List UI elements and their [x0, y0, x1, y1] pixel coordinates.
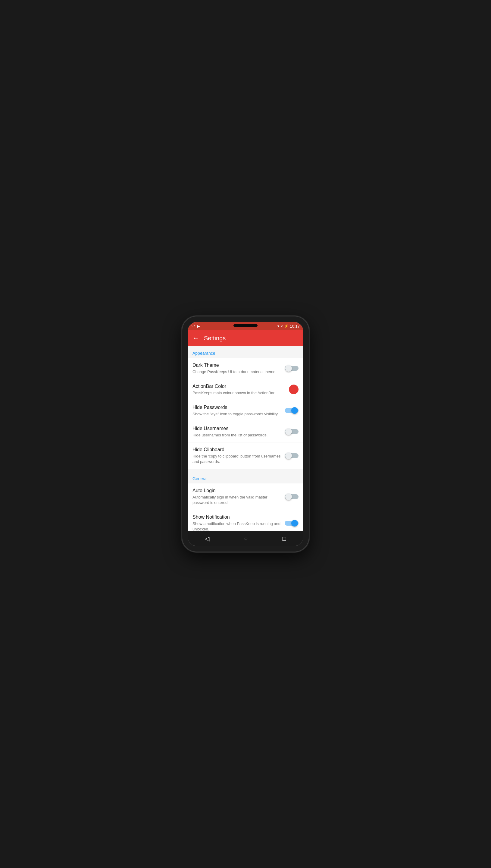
nav-back-button[interactable]: ◁ — [205, 535, 209, 542]
toggle-hide-clipboard[interactable] — [285, 452, 298, 459]
setting-title-show-notification: Show Notification — [193, 514, 281, 521]
notification-icon: ▶ — [197, 324, 200, 329]
setting-item-hide-usernames[interactable]: Hide Usernames Hide usernames from the l… — [187, 421, 304, 443]
setting-title-hide-passwords: Hide Passwords — [193, 404, 281, 411]
signal-icon: ✕ — [281, 325, 283, 328]
setting-title-dark-theme: Dark Theme — [193, 362, 281, 369]
setting-subtitle-auto-login: Automatically sign in when the valid mas… — [193, 495, 281, 505]
setting-subtitle-hide-passwords: Show the "eye" icon to toggle passwords … — [193, 411, 281, 417]
setting-subtitle-show-notification: Show a notification when PassKeep is run… — [193, 521, 281, 531]
toggle-thumb-hide-passwords — [291, 407, 298, 414]
setting-text-hide-usernames: Hide Usernames Hide usernames from the l… — [193, 425, 285, 438]
toggle-thumb-hide-clipboard — [285, 452, 292, 459]
section-header-appearance: Appearance — [187, 346, 304, 358]
setting-item-show-notification[interactable]: Show Notification Show a notification wh… — [187, 510, 304, 531]
setting-title-auto-login: Auto Login — [193, 488, 281, 494]
status-time: 10:17 — [290, 324, 300, 329]
back-button[interactable]: ← — [193, 334, 199, 342]
app-bar-title: Settings — [204, 335, 226, 342]
toggle-thumb-dark-theme — [285, 365, 292, 372]
setting-text-hide-clipboard: Hide Clipboard Hide the 'copy to clipboa… — [193, 447, 285, 465]
setting-subtitle-hide-clipboard: Hide the 'copy to clipboard' button from… — [193, 454, 281, 465]
toggle-auto-login[interactable] — [285, 493, 298, 501]
settings-content: Appearance Dark Theme Change PassKeeps U… — [187, 346, 304, 531]
setting-subtitle-actionbar-color: PassKeeps main colour shown in the Actio… — [193, 390, 285, 396]
toggle-hide-passwords[interactable] — [285, 407, 298, 414]
phone-screen: 🛡 ▶ ▾ ✕ ⚡ 10:17 ← Settings Appearance Da… — [187, 322, 304, 546]
setting-title-actionbar-color: ActionBar Color — [193, 383, 285, 390]
setting-subtitle-dark-theme: Change PassKeeps UI to a dark material t… — [193, 369, 281, 374]
toggle-thumb-auto-login — [285, 494, 292, 500]
setting-item-hide-clipboard[interactable]: Hide Clipboard Hide the 'copy to clipboa… — [187, 443, 304, 469]
setting-item-hide-passwords[interactable]: Hide Passwords Show the "eye" icon to to… — [187, 400, 304, 421]
setting-item-dark-theme[interactable]: Dark Theme Change PassKeeps UI to a dark… — [187, 358, 304, 379]
setting-text-actionbar-color: ActionBar Color PassKeeps main colour sh… — [193, 383, 289, 396]
toggle-hide-usernames[interactable] — [285, 428, 298, 436]
toggle-dark-theme[interactable] — [285, 364, 298, 372]
app-bar: ← Settings — [187, 330, 304, 346]
wifi-icon: ▾ — [278, 324, 279, 328]
battery-icon: ⚡ — [284, 324, 289, 328]
setting-text-show-notification: Show Notification Show a notification wh… — [193, 514, 285, 531]
nav-recents-button[interactable]: □ — [282, 535, 286, 542]
setting-text-dark-theme: Dark Theme Change PassKeeps UI to a dark… — [193, 362, 285, 374]
toggle-thumb-show-notification — [291, 520, 298, 527]
setting-item-actionbar-color[interactable]: ActionBar Color PassKeeps main colour sh… — [187, 379, 304, 400]
section-divider — [187, 469, 304, 471]
setting-title-hide-usernames: Hide Usernames — [193, 425, 281, 432]
section-header-general: General — [187, 471, 304, 483]
setting-item-auto-login[interactable]: Auto Login Automatically sign in when th… — [187, 483, 304, 510]
shield-icon: 🛡 — [191, 324, 195, 328]
toggle-show-notification[interactable] — [285, 519, 298, 527]
setting-text-auto-login: Auto Login Automatically sign in when th… — [193, 488, 285, 505]
actionbar-color-circle[interactable] — [289, 385, 298, 394]
setting-title-hide-clipboard: Hide Clipboard — [193, 447, 281, 453]
speaker — [233, 324, 258, 327]
nav-home-button[interactable]: ○ — [244, 535, 248, 542]
toggle-thumb-hide-usernames — [285, 428, 292, 435]
navigation-bar: ◁ ○ □ — [187, 531, 304, 546]
phone-frame: 🛡 ▶ ▾ ✕ ⚡ 10:17 ← Settings Appearance Da… — [182, 316, 309, 552]
setting-subtitle-hide-usernames: Hide usernames from the list of password… — [193, 432, 281, 438]
status-bar-right: ▾ ✕ ⚡ 10:17 — [278, 324, 300, 329]
setting-text-hide-passwords: Hide Passwords Show the "eye" icon to to… — [193, 404, 285, 417]
status-bar-left: 🛡 ▶ — [191, 324, 200, 329]
